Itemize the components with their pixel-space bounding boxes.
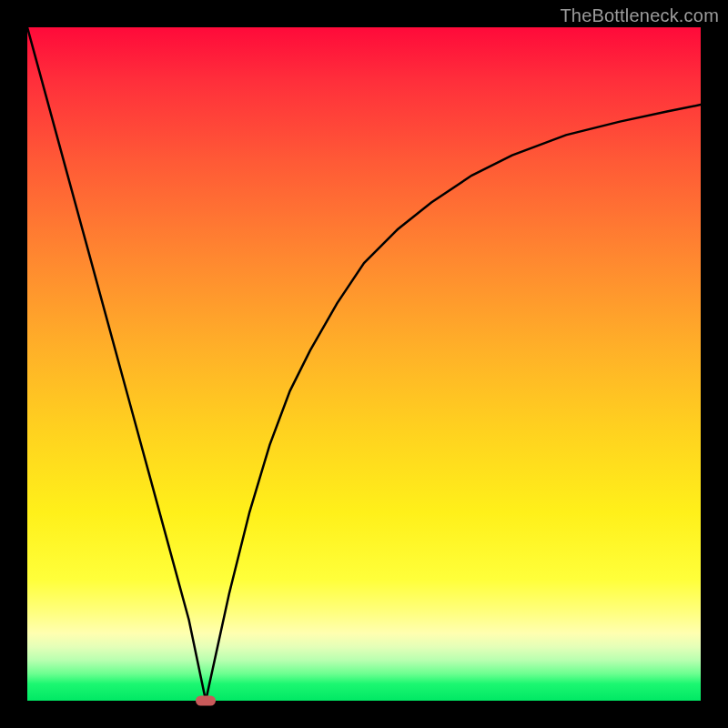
watermark-text: TheBottleneck.com (560, 5, 719, 26)
curve-svg (27, 27, 701, 701)
optimum-marker (196, 696, 216, 706)
chart-frame: TheBottleneck.com (0, 0, 728, 728)
bottleneck-curve-path (27, 27, 701, 701)
plot-area (27, 27, 701, 701)
